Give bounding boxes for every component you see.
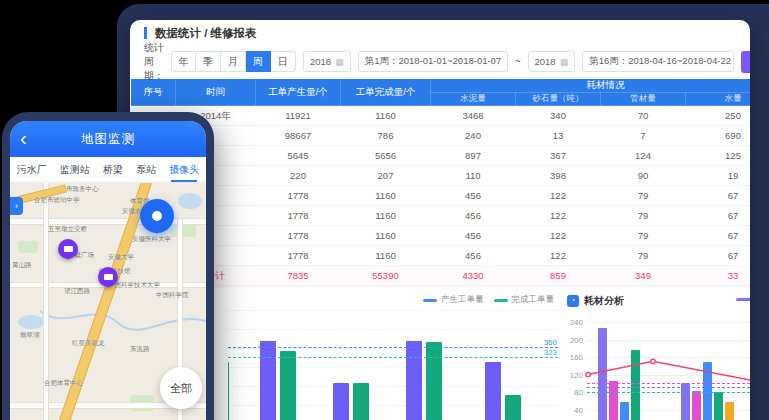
table-row: 356455656897367124125 (131, 146, 751, 166)
week-end-value: 第16周：2018-04-16~2018-04-22 (589, 55, 731, 68)
consumables-chart-title-text: 耗材分析 (584, 294, 624, 308)
period-label: 统计周期： (144, 41, 164, 83)
tab-摄像头[interactable]: 摄像头 (169, 157, 199, 182)
phone-mockup: ‹ 地图监测 污水厂监测站桥梁泵站摄像头 市政务中心合肥市琥珀中学体育馆安徽农业… (2, 112, 214, 420)
table-row: 12014年119211160346834070250 (131, 106, 751, 126)
camera-icon (64, 246, 73, 252)
table-row: 5177811604561227967 (131, 186, 751, 206)
bar-产生工单量 (485, 362, 501, 420)
sub-column-header: 砂石量（吨） (516, 93, 601, 106)
tab-监测站[interactable]: 监测站 (60, 157, 90, 182)
period-option-周[interactable]: 周 (246, 51, 271, 72)
year-start-select[interactable]: 2018 ▦ (303, 51, 351, 72)
legend-item: 完成工单量 (494, 294, 555, 306)
column-header: 时间 (176, 79, 256, 106)
period-segmented-control: 年季月周日 (171, 51, 296, 72)
calendar-icon: ▦ (335, 57, 344, 67)
query-button[interactable]: 查询 (741, 51, 750, 73)
sub-column-header: 管材量 (601, 93, 686, 106)
work-order-chart-plot: 360323 (228, 310, 558, 420)
show-all-button[interactable]: 全部 (160, 367, 202, 409)
group-header: 耗材情况 (431, 79, 751, 93)
map-label: 安徽大学 (108, 253, 134, 262)
reference-line: 360 (228, 347, 558, 348)
breadcrumb: 数据统计 / 维修报表 (144, 27, 257, 39)
table-row: 6177811604561227967 (131, 206, 751, 226)
charts-section: 产生工单量完成工单量 360323 ◔ 耗材分析 240200160120804… (130, 288, 750, 420)
sub-column-header: 水泥量 (431, 93, 516, 106)
layer-expander-button[interactable]: › (10, 197, 23, 215)
bar-完成工单量 (228, 362, 229, 420)
map-label: 望江西路 (64, 287, 90, 296)
map-label: 东流路 (130, 345, 150, 354)
app-tab-bar: 污水厂监测站桥梁泵站摄像头 (10, 157, 206, 183)
camera-marker[interactable] (58, 239, 78, 259)
column-header: 序号 (131, 79, 176, 106)
legend-item: 产生工单量 (423, 294, 484, 306)
map-label: 中国科学院 (156, 291, 189, 300)
consumables-chart-plot: 2402001601208040 (563, 314, 750, 420)
calendar-icon: ▦ (560, 57, 569, 67)
year-end-value: 2018 (535, 56, 556, 67)
map-label: 五里墩立交桥 (48, 225, 87, 234)
report-table-head: 序号时间工单产生量/个工单完成量/个耗材情况水泥量砂石量（吨）管材量水量 (131, 79, 751, 106)
period-option-年[interactable]: 年 (171, 51, 196, 72)
marker-dot (152, 211, 162, 221)
back-icon[interactable]: ‹ (20, 125, 27, 151)
column-header: 工单产生量/个 (256, 79, 341, 106)
reference-line: 323 (228, 357, 558, 358)
partial-legend-swatch (736, 298, 750, 301)
report-table-body: 12014年1192111603468340702502986677862401… (131, 106, 751, 306)
app-title: 地图监测 (81, 131, 135, 148)
column-header: 工单完成量/个 (341, 79, 431, 106)
map-label: 合肥体育中心 (44, 379, 83, 388)
bar-产生工单量 (260, 341, 276, 420)
bar-完成工单量 (505, 395, 521, 420)
tab-泵站[interactable]: 泵站 (136, 157, 156, 182)
period-option-日[interactable]: 日 (271, 51, 296, 72)
dashboard-card: 数据统计 / 维修报表 统计周期： 年季月周日 2018 ▦ 第1周：2018-… (130, 20, 750, 420)
period-option-季[interactable]: 季 (196, 51, 221, 72)
week-start-input[interactable]: 第1周：2018-01-01~2018-01-07 (358, 51, 508, 72)
map-road (10, 219, 206, 224)
work-order-chart: 产生工单量完成工单量 360323 (222, 292, 558, 420)
tab-桥梁[interactable]: 桥梁 (103, 157, 123, 182)
map-label: 合肥市琥珀中学 (34, 196, 80, 205)
bar-完成工单量 (426, 342, 442, 420)
map-label: 黄山路 (12, 261, 32, 270)
app-header: ‹ 地图监测 (10, 121, 206, 157)
bar-完成工单量 (353, 383, 369, 420)
consumables-chart-title: ◔ 耗材分析 (567, 294, 624, 308)
filter-bar: 统计周期： 年季月周日 2018 ▦ 第1周：2018-01-01~2018-0… (130, 46, 750, 78)
page-header: 数据统计 / 维修报表 (130, 20, 750, 46)
range-separator: ~ (515, 56, 521, 67)
chart-icon: ◔ (567, 295, 579, 307)
bar-产生工单量 (333, 383, 349, 420)
map-view[interactable]: 市政务中心合肥市琥珀中学体育馆安徽农业大学五里墩立交桥安徽医科大学翠庭广场安徽大… (10, 183, 206, 420)
bar-完成工单量 (280, 351, 296, 420)
table-row: 42202071103989019 (131, 166, 751, 186)
report-table: 序号时间工单产生量/个工单完成量/个耗材情况水泥量砂石量（吨）管材量水量 120… (130, 78, 750, 306)
table-row: 7177811604561227967 (131, 226, 751, 246)
phone-screen: ‹ 地图监测 污水厂监测站桥梁泵站摄像头 市政务中心合肥市琥珀中学体育馆安徽农业… (10, 121, 206, 420)
tab-污水厂[interactable]: 污水厂 (17, 157, 47, 182)
year-end-select[interactable]: 2018 ▦ (528, 51, 576, 72)
table-row: 8177811604561227967 (131, 246, 751, 266)
selected-camera-marker[interactable] (140, 199, 174, 233)
work-order-chart-legend: 产生工单量完成工单量 (423, 294, 554, 306)
bar-产生工单量 (406, 341, 422, 420)
table-row: 298667786240137690 (131, 126, 751, 146)
map-label: 红星美凯龙 (72, 339, 105, 348)
camera-icon (104, 274, 113, 280)
period-option-月[interactable]: 月 (221, 51, 246, 72)
map-label: 市政务中心 (66, 185, 99, 194)
week-start-value: 第1周：2018-01-01~2018-01-07 (365, 55, 502, 68)
year-start-value: 2018 (310, 56, 331, 67)
total-row: 合计783555390433085934933 (131, 266, 751, 286)
consumables-chart: ◔ 耗材分析 2402001601208040 (563, 292, 750, 420)
week-end-input[interactable]: 第16周：2018-04-16~2018-04-22 (582, 51, 734, 72)
camera-marker[interactable] (98, 267, 118, 287)
map-label: 翡翠湖 (20, 331, 40, 340)
sub-column-header: 水量 (686, 93, 751, 106)
